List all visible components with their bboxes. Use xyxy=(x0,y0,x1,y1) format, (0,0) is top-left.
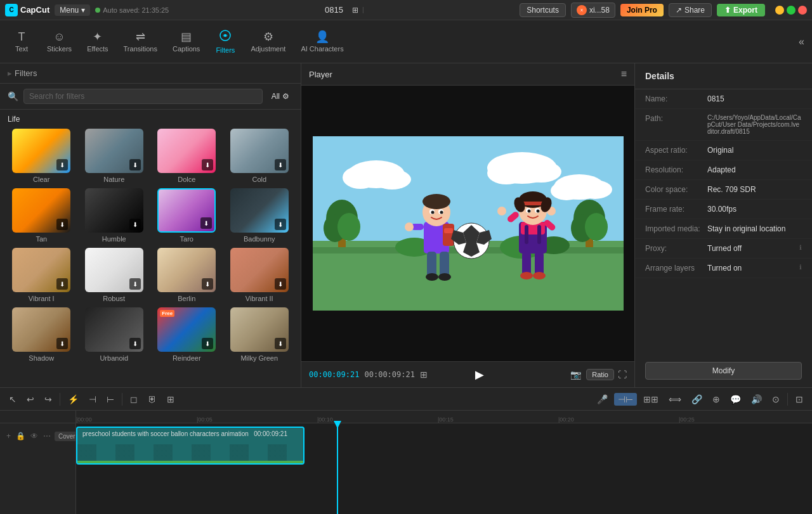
cover-label[interactable]: Cover xyxy=(55,432,79,441)
details-proxy-row: Proxy: Turned off ℹ xyxy=(635,239,812,259)
display-mode-button[interactable]: ⊞ xyxy=(348,4,362,16)
modify-button[interactable]: Modify xyxy=(645,362,802,380)
filter-clear[interactable]: ⬇ Clear xyxy=(8,129,75,183)
link-button[interactable]: 🔗 xyxy=(688,392,706,407)
filter-cold[interactable]: ⬇ Cold xyxy=(226,129,294,183)
arrange-value: Turned on xyxy=(707,264,794,273)
copy-button[interactable]: ⊕ xyxy=(709,392,724,407)
tool-transitions[interactable]: ⇌ Transitions xyxy=(117,27,164,56)
captions-label: Captions xyxy=(173,45,200,53)
split-button[interactable]: ⚡ xyxy=(64,392,82,407)
proxy-info-icon[interactable]: ℹ xyxy=(799,244,802,251)
maximize-button[interactable] xyxy=(787,6,796,15)
filter-nature[interactable]: ⬇ Nature xyxy=(81,129,148,183)
track-more-button[interactable]: ⋯ xyxy=(42,430,52,442)
player-header: Player ≡ xyxy=(301,63,634,86)
filter-reindeer[interactable]: Free ⬇ Reindeer xyxy=(153,307,221,362)
filter-clear-name: Clear xyxy=(33,176,49,183)
timeline-btn-2[interactable]: ⊞⊞ xyxy=(639,392,662,407)
crop-button[interactable]: ◻ xyxy=(126,392,141,407)
search-bar: 🔍 All ⚙ xyxy=(0,84,301,110)
tool-text[interactable]: T Text xyxy=(5,27,38,56)
shortcuts-button[interactable]: Shortcuts xyxy=(520,3,566,17)
filter-vibrant1[interactable]: ⬇ Vibrant I xyxy=(8,248,75,302)
filter-shadow[interactable]: ⬇ Shadow xyxy=(8,307,75,362)
proxy-label: Proxy: xyxy=(645,244,702,253)
menu-button[interactable]: Menu ▾ xyxy=(55,4,90,16)
capture-frame-button[interactable]: 📷 xyxy=(569,368,582,381)
track-visibility-button[interactable]: 👁 xyxy=(29,430,39,442)
filter-humble[interactable]: ⬇ Humble xyxy=(81,188,148,243)
play-button[interactable]: ▶ xyxy=(471,366,488,383)
tool-effects[interactable]: ✦ Effects xyxy=(81,27,114,56)
playhead[interactable] xyxy=(337,423,338,514)
tool-stickers[interactable]: ☺ Stickers xyxy=(41,27,78,56)
trim-right-button[interactable]: ⊢ xyxy=(103,392,118,407)
arrange-info-icon[interactable]: ℹ xyxy=(799,264,802,271)
filters-label: Filters xyxy=(216,46,235,54)
mic-button[interactable]: 🎤 xyxy=(593,392,612,407)
user-avatar-icon: x xyxy=(577,5,587,15)
tool-captions[interactable]: ▤ Captions xyxy=(166,27,206,56)
redo-button[interactable]: ↪ xyxy=(41,392,56,407)
search-input[interactable] xyxy=(23,89,263,104)
filter-berlin-thumb: ⬇ xyxy=(157,248,216,292)
join-pro-button[interactable]: Join Pro xyxy=(620,4,664,16)
details-framerate-row: Frame rate: 30.00fps xyxy=(635,200,812,219)
ruler-mark-25: |00:25 xyxy=(679,416,695,423)
tool-adjustment[interactable]: ⚙ Adjustment xyxy=(244,27,292,56)
trim-left-button[interactable]: ⊣ xyxy=(85,392,100,407)
filter-vibrant1-thumb: ⬇ xyxy=(12,248,70,292)
download-icon: ⬇ xyxy=(56,159,68,170)
shield-button[interactable]: ⛨ xyxy=(144,392,160,407)
track-lock-button[interactable]: 🔒 xyxy=(15,430,27,442)
audio-button[interactable]: 🔊 xyxy=(747,392,766,407)
name-value: 0815 xyxy=(707,94,802,103)
close-button[interactable] xyxy=(798,6,807,15)
download-icon: ⬇ xyxy=(200,217,212,229)
fullscreen-button[interactable]: ⛶ xyxy=(618,369,627,380)
timeline-btn-3[interactable]: ⟺ xyxy=(665,392,685,407)
filter-urbanoid-thumb: ⬇ xyxy=(85,307,143,352)
filter-dolce[interactable]: ⬇ Dolce xyxy=(153,129,221,183)
ruler-mark-10: |00:10 xyxy=(317,416,333,423)
filter-tan-thumb: ⬇ xyxy=(12,188,70,233)
zoom-fit-button[interactable]: ⊡ xyxy=(792,392,807,407)
filter-berlin[interactable]: ⬇ Berlin xyxy=(153,248,221,302)
filters-icon xyxy=(219,29,232,44)
undo-button[interactable]: ↩ xyxy=(23,392,38,407)
sticker-btn[interactable]: ⊙ xyxy=(768,392,783,407)
filter-milkygreen[interactable]: ⬇ Milky Green xyxy=(226,307,294,362)
timeline-btn-1[interactable]: ⊣⊢ xyxy=(614,393,637,406)
tool-ai-characters[interactable]: 👤 AI Characters xyxy=(294,27,350,56)
svg-point-39 xyxy=(405,222,414,231)
filter-robust-thumb: ⬇ xyxy=(85,248,143,292)
filter-vibrant2[interactable]: ⬇ Vibrant II xyxy=(226,248,294,302)
video-track[interactable]: preschool students with soccer ballon ch… xyxy=(76,427,304,465)
minimize-button[interactable] xyxy=(775,6,784,15)
timeline-ruler: |00:00 |00:05 |00:10 |00:15 |00:20 |00:2… xyxy=(76,411,812,514)
share-button[interactable]: ↗ Share xyxy=(669,3,712,17)
all-filter-button[interactable]: All ⚙ xyxy=(268,89,293,103)
track-add-button[interactable]: + xyxy=(5,430,12,442)
filter-badbunny[interactable]: ⬇ Badbunny xyxy=(226,188,294,243)
subtitle-button[interactable]: 💬 xyxy=(726,392,745,407)
arrange-label: Arrange layers xyxy=(645,264,702,273)
toolbar-collapse-button[interactable]: « xyxy=(796,34,807,50)
text-label: Text xyxy=(15,45,28,53)
filter-urbanoid[interactable]: ⬇ Urbanoid xyxy=(81,307,148,362)
select-tool-button[interactable]: ↖ xyxy=(5,392,20,407)
player-menu-button[interactable]: ≡ xyxy=(621,68,627,80)
ruler-bar: |00:00 |00:05 |00:10 |00:15 |00:20 |00:2… xyxy=(76,411,812,423)
ratio-button[interactable]: Ratio xyxy=(586,369,614,380)
filter-tan[interactable]: ⬇ Tan xyxy=(8,188,75,243)
marker-button[interactable]: ⊞ xyxy=(163,392,178,407)
svg-point-55 xyxy=(497,207,506,215)
tool-filters[interactable]: Filters xyxy=(209,25,242,58)
filter-dolce-name: Dolce xyxy=(178,176,195,183)
filter-robust[interactable]: ⬇ Robust xyxy=(81,248,148,302)
aspect-label: Aspect ratio: xyxy=(645,146,702,155)
export-button[interactable]: ⬆ Export xyxy=(717,4,765,16)
filter-taro[interactable]: ⬇ Taro xyxy=(153,188,221,243)
topbar-center: 0815 ⊞ | xyxy=(174,4,514,16)
